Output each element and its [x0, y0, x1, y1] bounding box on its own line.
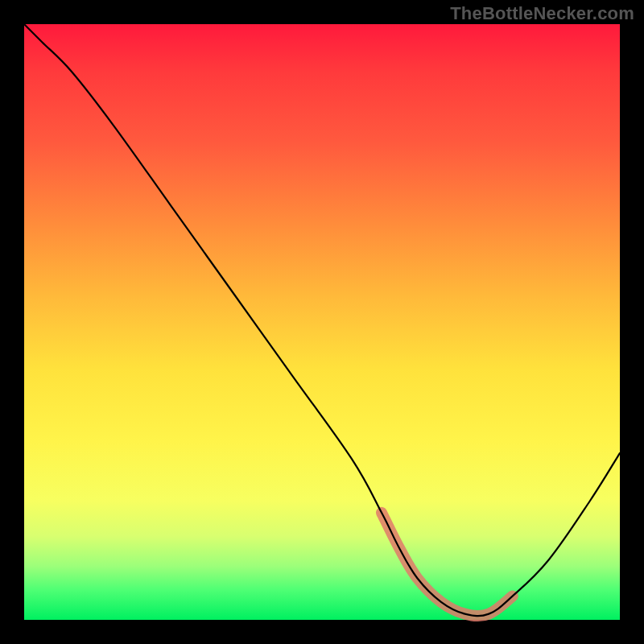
curve-layer	[24, 24, 620, 620]
plot-area	[24, 24, 620, 620]
ok-band-marker	[382, 513, 513, 616]
bottleneck-curve	[24, 24, 620, 616]
watermark-text: TheBottleNecker.com	[450, 3, 634, 24]
outer-frame: TheBottleNecker.com	[0, 0, 644, 644]
